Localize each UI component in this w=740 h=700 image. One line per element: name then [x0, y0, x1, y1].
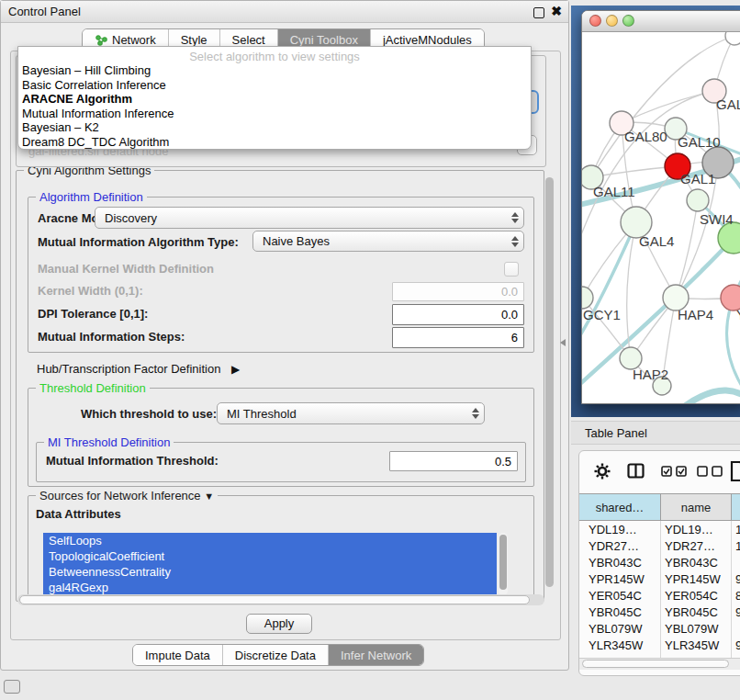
- checked-pair-icon[interactable]: [661, 466, 690, 477]
- settings-horizontal-scrollbar[interactable]: [17, 594, 544, 605]
- control-panel: Control Panel ✖ NetworkStyleSelectCyni T…: [0, 0, 569, 671]
- gear-icon[interactable]: [594, 463, 611, 480]
- tab-discretize-data[interactable]: Discretize Data: [222, 645, 328, 665]
- table-cell: 8.: [732, 587, 740, 604]
- algorithm-select-popup: Select algorithm to view settings Bayesi…: [17, 46, 532, 150]
- column-header[interactable]: name: [661, 494, 732, 521]
- attribute-item[interactable]: TopologicalCoefficient: [43, 548, 497, 564]
- table-cell: 9.: [732, 637, 740, 653]
- hub-definition-label: Hub/Transcription Factor Definition: [37, 362, 220, 376]
- attribute-item[interactable]: BetweennessCentrality: [43, 564, 497, 580]
- settings-vertical-scrollbar[interactable]: [544, 172, 555, 596]
- tab-label: Discretize Data: [235, 649, 316, 662]
- table-cell: 12: [732, 537, 740, 554]
- attribute-item[interactable]: SelfLoops: [43, 533, 497, 548]
- mi-type-select[interactable]: Naive Bayes: [252, 231, 524, 252]
- algorithm-list: Bayesian – Hill ClimbingBasic Correlatio…: [18, 63, 531, 149]
- splitter-collapse-icon[interactable]: [560, 339, 566, 346]
- zoom-traffic-light[interactable]: [622, 15, 634, 27]
- table-row[interactable]: YDL19…YDL19…13: [579, 521, 740, 538]
- unchecked-pair-icon[interactable]: [697, 466, 726, 477]
- page-icon[interactable]: [730, 460, 740, 482]
- table-cell: YLR345W: [579, 637, 661, 653]
- chevron-down-icon: ▼: [204, 491, 214, 502]
- screen: Control Panel ✖ NetworkStyleSelectCyni T…: [0, 0, 740, 700]
- which-threshold-select[interactable]: MI Threshold: [217, 402, 485, 424]
- table-row[interactable]: YPR145WYPR145W9.: [579, 570, 740, 587]
- network-edge[interactable]: [681, 390, 740, 404]
- algorithm-option[interactable]: Basic Correlation Inference: [18, 78, 531, 93]
- tab-infer-network[interactable]: Infer Network: [328, 645, 423, 665]
- node-label: GCY1: [583, 307, 621, 322]
- table-cell: YBR043C: [661, 554, 732, 570]
- minimize-traffic-light[interactable]: [606, 15, 618, 27]
- table-cell: YBL079W: [661, 620, 732, 637]
- algorithm-option[interactable]: ARACNE Algorithm: [18, 92, 531, 107]
- node-label: HAP4: [678, 307, 713, 322]
- sources-title[interactable]: Sources for Network Inference ▼: [36, 489, 218, 503]
- node-label: GAL80: [624, 129, 667, 144]
- algorithm-option[interactable]: Bayesian – Hill Climbing: [18, 63, 531, 78]
- docked-panel-icon[interactable]: [4, 680, 20, 694]
- spinner-arrows-icon: [507, 212, 523, 223]
- algorithm-option[interactable]: Bayesian – K2: [18, 120, 531, 135]
- algorithm-option[interactable]: Mutual Information Inference: [18, 107, 531, 121]
- attributes-scrollbar[interactable]: [499, 533, 508, 595]
- aracne-mode-value: Discovery: [95, 211, 507, 225]
- table-cell: YPR145W: [661, 570, 732, 587]
- network-node-swi4[interactable]: [687, 189, 709, 211]
- close-traffic-light[interactable]: [589, 15, 601, 27]
- table-horizontal-scrollbar[interactable]: [579, 658, 740, 670]
- algorithm-definition-group: Algorithm Definition Aracne Mode: Discov…: [28, 197, 534, 353]
- mi-type-label: Mutual Information Algorithm Type:: [38, 232, 239, 253]
- aracne-mode-select[interactable]: Discovery: [95, 207, 524, 229]
- table-cell: YDL19…: [661, 521, 732, 538]
- tab-label: Impute Data: [145, 649, 210, 662]
- control-panel-title: Control Panel: [8, 5, 81, 18]
- network-canvas[interactable]: GALGAL80GAL10GAL1GAL11SWI4GAL4GCY1HAP4YH…: [582, 32, 740, 404]
- column-header[interactable]: shared…: [579, 494, 661, 521]
- network-edge[interactable]: [622, 91, 714, 123]
- float-panel-icon[interactable]: [533, 7, 544, 18]
- table-row[interactable]: YLR345WYLR345W9.: [579, 637, 740, 653]
- table-row[interactable]: YBL079WYBL079W: [579, 620, 740, 637]
- algorithm-option[interactable]: Dream8 DC_TDC Algorithm: [18, 135, 531, 150]
- kernel-width-field: [392, 282, 524, 301]
- hub-definition-toggle[interactable]: Hub/Transcription Factor Definition ▶: [37, 360, 240, 378]
- dpi-tolerance-field[interactable]: [392, 304, 524, 325]
- which-threshold-value: MI Threshold: [218, 407, 467, 421]
- tab-label: Infer Network: [341, 649, 411, 662]
- table-toolbar: [579, 451, 740, 493]
- table-row[interactable]: YBR045CYBR045C9.: [579, 604, 740, 620]
- network-node-gcy1[interactable]: [582, 287, 593, 309]
- tab-impute-data[interactable]: Impute Data: [133, 645, 222, 665]
- network-edge[interactable]: [727, 262, 740, 398]
- split-column-icon[interactable]: [627, 463, 645, 479]
- attribute-item[interactable]: gal4RGexp: [43, 580, 497, 595]
- mi-threshold-field[interactable]: [389, 451, 518, 471]
- column-header[interactable]: A: [732, 494, 740, 521]
- apply-button[interactable]: Apply: [246, 614, 312, 634]
- mi-steps-field[interactable]: [392, 327, 524, 348]
- cyni-bottom-tabs: Impute DataDiscretize DataInfer Network: [132, 644, 424, 666]
- table-cell: YER054C: [579, 587, 661, 604]
- network-node[interactable]: [725, 32, 740, 45]
- table-row[interactable]: YDR27…YDR27…12: [579, 537, 740, 554]
- table-row[interactable]: YBR043CYBR043C: [579, 554, 740, 570]
- table-panel-title: Table Panel: [585, 426, 647, 440]
- table-row[interactable]: YER054CYER054C8.: [579, 587, 740, 604]
- table-cell: 13: [732, 521, 740, 538]
- cyni-algorithm-settings-group: Cyni Algorithm Settings Algorithm Defini…: [16, 170, 544, 602]
- node-label: Y: [736, 307, 740, 322]
- table-cell: YBR045C: [579, 604, 661, 620]
- close-icon[interactable]: ✖: [551, 4, 562, 18]
- tab-label: Cyni Toolbox: [290, 33, 358, 47]
- algorithm-definition-title: Algorithm Definition: [36, 190, 147, 204]
- node-table: shared…nameA YDL19…YDL19…13YDR27…YDR27…1…: [578, 450, 740, 676]
- threshold-definition-title: Threshold Definition: [36, 381, 150, 395]
- node-label: GAL4: [639, 233, 674, 249]
- table-cell: YER054C: [661, 587, 732, 604]
- kernel-width-label: Kernel Width (0,1):: [38, 281, 143, 301]
- spinner-arrows-icon: [507, 236, 523, 247]
- table-cell: YDR27…: [579, 537, 661, 554]
